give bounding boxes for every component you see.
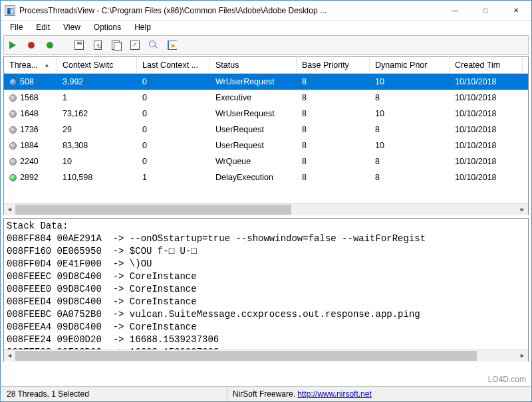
- thread-status-icon: [9, 78, 17, 86]
- watermark: LO4D.com: [488, 375, 526, 384]
- exit-icon[interactable]: [166, 39, 178, 51]
- col-context-switch[interactable]: Context Switc: [57, 57, 137, 73]
- list-horizontal-scrollbar[interactable]: ◄ ►: [4, 203, 528, 215]
- thread-list[interactable]: Threa...▲ Context Switc Last Context ...…: [4, 57, 528, 203]
- status-right: NirSoft Freeware. http://www.nirsoft.net: [227, 389, 531, 399]
- menu-options[interactable]: Options: [87, 21, 128, 33]
- minimize-button[interactable]: —: [440, 1, 470, 21]
- table-row[interactable]: 156810Executive8810/10/2018: [4, 90, 528, 106]
- scroll-track[interactable]: [15, 204, 517, 215]
- sort-asc-icon: ▲: [44, 62, 50, 68]
- maximize-button[interactable]: □: [470, 1, 501, 21]
- thread-status-icon: [9, 110, 17, 118]
- window-controls: — □ ✕: [440, 1, 531, 21]
- thread-status-icon: [9, 94, 17, 102]
- green-dot-icon[interactable]: [44, 39, 56, 51]
- find-icon[interactable]: [148, 39, 160, 51]
- scroll-track[interactable]: [15, 350, 517, 361]
- table-row[interactable]: 2240100WrQueue8810/10/2018: [4, 153, 528, 169]
- table-row[interactable]: 164873,1620WrUserRequest81010/10/2018: [4, 106, 528, 122]
- copy-icon[interactable]: [110, 39, 122, 51]
- table-row[interactable]: 5083,9920WrUserRequest81010/10/2018: [4, 74, 528, 90]
- table-row[interactable]: 1736290UserRequest8810/10/2018: [4, 122, 528, 138]
- window-title: ProcessThreadsView - C:\Program Files (x…: [19, 6, 440, 15]
- app-icon: ◧: [5, 5, 15, 16]
- col-base-priority[interactable]: Base Priority: [297, 57, 370, 73]
- thread-rows: 5083,9920WrUserRequest81010/10/201815681…: [4, 74, 528, 185]
- status-left: 28 Threads, 1 Selected: [1, 387, 227, 401]
- record-icon[interactable]: [25, 39, 37, 51]
- menu-file[interactable]: File: [3, 21, 29, 33]
- table-row[interactable]: 2892110,5981DelayExecution8810/10/2018: [4, 169, 528, 185]
- scroll-right-icon[interactable]: ►: [517, 204, 528, 215]
- scroll-left-icon[interactable]: ◄: [4, 350, 15, 361]
- menu-edit[interactable]: Edit: [29, 21, 57, 33]
- status-link[interactable]: http://www.nirsoft.net: [297, 389, 371, 399]
- save-icon[interactable]: [73, 39, 85, 51]
- refresh-icon[interactable]: ↻: [92, 39, 104, 51]
- stack-horizontal-scrollbar[interactable]: ◄ ►: [4, 350, 528, 361]
- status-brand: NirSoft Freeware.: [233, 389, 297, 399]
- properties-icon[interactable]: [129, 39, 141, 51]
- column-headers: Threa...▲ Context Switc Last Context ...…: [4, 57, 528, 74]
- thread-status-icon: [9, 126, 17, 134]
- title-bar: ◧ ProcessThreadsView - C:\Program Files …: [1, 1, 531, 21]
- col-created-time[interactable]: Created Tim: [450, 57, 523, 73]
- menu-bar: File Edit View Options Help: [1, 21, 531, 34]
- col-thread[interactable]: Threa...▲: [4, 57, 57, 73]
- col-dynamic-priority[interactable]: Dynamic Prior: [370, 57, 450, 73]
- col-status[interactable]: Status: [210, 57, 297, 73]
- menu-view[interactable]: View: [57, 21, 87, 33]
- close-button[interactable]: ✕: [501, 1, 531, 21]
- stack-panel: Stack Data: 008FF804 00AE291A -> --onOSs…: [3, 218, 529, 361]
- status-bar: 28 Threads, 1 Selected NirSoft Freeware.…: [1, 386, 531, 401]
- col-last-context[interactable]: Last Context ...: [137, 57, 210, 73]
- thread-list-panel: Threa...▲ Context Switc Last Context ...…: [3, 56, 529, 215]
- stack-text[interactable]: Stack Data: 008FF804 00AE291A -> --onOSs…: [4, 219, 528, 350]
- thread-status-icon: [9, 174, 17, 181]
- scroll-left-icon[interactable]: ◄: [4, 204, 15, 215]
- thread-status-icon: [9, 158, 17, 165]
- scroll-right-icon[interactable]: ►: [517, 350, 528, 361]
- menu-help[interactable]: Help: [128, 21, 158, 33]
- thread-status-icon: [9, 142, 17, 150]
- toolbar: ↻: [3, 35, 529, 55]
- play-icon[interactable]: [7, 39, 19, 51]
- table-row[interactable]: 188483,3080UserRequest81010/10/2018: [4, 138, 528, 153]
